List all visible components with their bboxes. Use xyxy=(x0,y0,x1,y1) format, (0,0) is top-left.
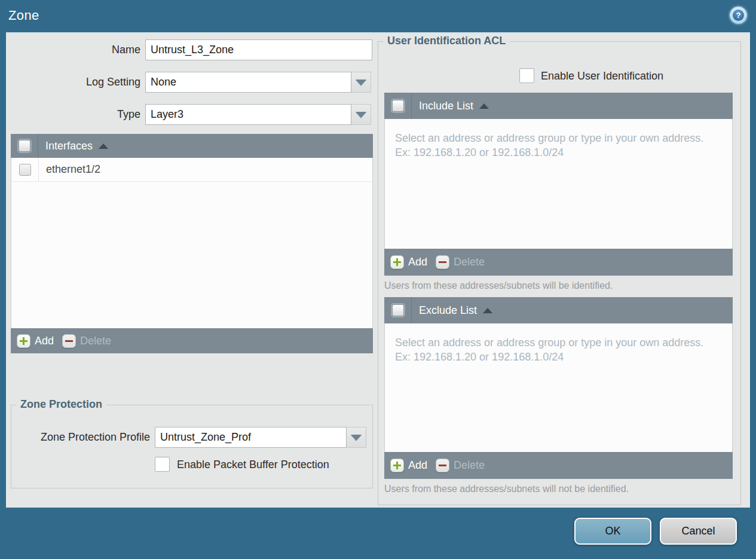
exclude-list-placeholder: Select an address or address group or ty… xyxy=(385,323,732,365)
zone-protection-legend: Zone Protection xyxy=(16,398,106,411)
exclude-list-delete-button[interactable]: Delete xyxy=(436,459,485,472)
sort-ascending-icon xyxy=(479,103,489,109)
dialog-title: Zone xyxy=(8,8,39,23)
interfaces-panel: Interfaces ethernet1/2 Add Dele xyxy=(11,134,373,353)
help-icon[interactable]: ? xyxy=(730,7,747,24)
interfaces-header-label: Interfaces xyxy=(45,140,93,152)
include-list-add-button[interactable]: Add xyxy=(390,255,427,269)
log-setting-input[interactable] xyxy=(145,72,351,93)
exclude-list-header-label: Exclude List xyxy=(419,304,477,317)
include-list-panel: Include List Select an address or addres… xyxy=(384,93,733,276)
include-list-select-all-checkbox[interactable] xyxy=(392,100,404,112)
include-list-placeholder: Select an address or address group or ty… xyxy=(385,119,732,160)
interfaces-add-button[interactable]: Add xyxy=(17,334,54,348)
exclude-list-footer-bar: Add Delete xyxy=(384,452,733,479)
chevron-down-icon xyxy=(356,80,366,85)
enable-user-identification-label: Enable User Identification xyxy=(541,68,663,84)
interfaces-select-all-checkbox[interactable] xyxy=(19,140,30,152)
sort-ascending-icon xyxy=(483,308,492,313)
include-list-header-label: Include List xyxy=(419,100,473,112)
include-list-select-all-cell xyxy=(384,93,412,119)
type-dropdown xyxy=(145,104,371,125)
exclude-list-panel: Exclude List Select an address or addres… xyxy=(384,297,733,479)
exclude-list-caption: Users from these addresses/subnets will … xyxy=(384,484,629,494)
row-checkbox[interactable] xyxy=(19,164,31,176)
type-input[interactable] xyxy=(145,104,351,125)
interfaces-delete-button[interactable]: Delete xyxy=(62,334,111,348)
dialog-body: Name Log Setting Type Interfaces xyxy=(6,32,750,508)
row-checkbox-cell xyxy=(11,158,39,181)
zone-protection-profile-dropdown-button[interactable] xyxy=(347,427,366,448)
log-setting-dropdown xyxy=(145,72,371,93)
interfaces-footer-bar: Add Delete xyxy=(11,328,373,353)
question-mark-glyph: ? xyxy=(733,10,744,21)
enable-packet-buffer-protection-label: Enable Packet Buffer Protection xyxy=(177,457,329,472)
exclude-list-add-button[interactable]: Add xyxy=(390,459,427,472)
include-list-footer-bar: Add Delete xyxy=(384,249,733,276)
add-icon xyxy=(17,334,30,348)
enable-user-identification-checkbox[interactable] xyxy=(519,68,534,83)
delete-icon xyxy=(436,255,449,269)
zone-protection-profile-input[interactable] xyxy=(155,427,347,448)
delete-icon xyxy=(436,459,449,472)
log-setting-label: Log Setting xyxy=(6,72,140,93)
table-row[interactable]: ethernet1/2 xyxy=(11,158,372,182)
interface-name: ethernet1/2 xyxy=(46,163,100,176)
type-dropdown-button[interactable] xyxy=(351,104,371,125)
exclude-list-select-all-checkbox[interactable] xyxy=(392,304,404,316)
zone-protection-profile-dropdown xyxy=(155,427,366,448)
exclude-list-body[interactable]: Select an address or address group or ty… xyxy=(384,323,733,452)
zone-protection-group: Zone Protection Zone Protection Profile … xyxy=(11,405,373,488)
include-list-header[interactable]: Include List xyxy=(384,93,733,119)
interfaces-column-header[interactable]: Interfaces xyxy=(11,134,373,158)
add-icon xyxy=(390,459,404,472)
include-list-delete-button[interactable]: Delete xyxy=(436,255,485,269)
delete-icon xyxy=(62,334,76,348)
include-list-caption: Users from these addresses/subnets will … xyxy=(384,280,613,291)
zone-protection-profile-label: Zone Protection Profile xyxy=(11,427,150,448)
exclude-list-header[interactable]: Exclude List xyxy=(384,297,733,323)
interfaces-select-all-cell xyxy=(11,134,38,158)
interfaces-list-body: ethernet1/2 xyxy=(11,158,373,328)
chevron-down-icon xyxy=(356,112,366,118)
zone-dialog-window: Zone ? Name Log Setting Type xyxy=(0,0,756,559)
ok-button[interactable]: OK xyxy=(574,518,651,545)
log-setting-dropdown-button[interactable] xyxy=(351,72,371,93)
name-label: Name xyxy=(6,39,140,60)
cancel-button[interactable]: Cancel xyxy=(660,518,737,545)
user-identification-acl-legend: User Identification ACL xyxy=(383,35,510,47)
name-input[interactable] xyxy=(145,39,372,60)
exclude-list-select-all-cell xyxy=(384,297,412,323)
add-icon xyxy=(390,255,404,269)
enable-packet-buffer-protection-checkbox[interactable] xyxy=(155,457,170,472)
user-identification-acl-group: User Identification ACL Enable User Iden… xyxy=(378,41,741,505)
include-list-body[interactable]: Select an address or address group or ty… xyxy=(384,119,733,249)
sort-ascending-icon xyxy=(99,143,108,149)
chevron-down-icon xyxy=(351,435,362,441)
type-label: Type xyxy=(6,104,140,125)
